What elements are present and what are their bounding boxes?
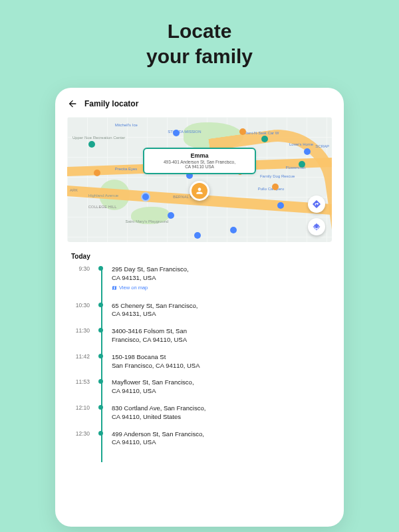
- callout-addr-line: 493-401 Anderson St, San Francisco,: [151, 160, 248, 164]
- timeline-time: 10:30: [71, 302, 90, 309]
- addr-line: Francisco, CA 94110, USA: [112, 336, 187, 344]
- map-pin-icon: [88, 141, 95, 148]
- timeline-time: 9:30: [71, 265, 90, 272]
- timeline-address: 65 Chenery St, San Francisco, CA 94131, …: [112, 302, 198, 319]
- promo-line2: your family: [0, 44, 399, 69]
- device-frame: Family locator BERNAL HEIGHTS COLLEGE HI…: [55, 88, 344, 527]
- map-pin-icon: [239, 128, 246, 135]
- timeline-dot-icon: [98, 354, 103, 358]
- map-poi-label: Saint Mary's Playground: [126, 219, 169, 223]
- timeline-dot-icon: [98, 303, 103, 307]
- timeline-address: 499 Anderson St, San Francisco, CA 94110…: [112, 430, 204, 448]
- timeline-time: 11:42: [71, 353, 90, 360]
- timeline-time: 11:30: [71, 327, 90, 334]
- map-poi-label: Highland Avenue: [88, 194, 118, 198]
- timeline-address: 830 Cortland Ave, San Francisco, CA 9411…: [112, 404, 205, 422]
- addr-line: CA 94110, USA: [112, 438, 204, 447]
- addr-line: 830 Cortland Ave, San Francisco,: [112, 404, 205, 413]
- timeline-time: 12:30: [71, 430, 90, 437]
- map-poi-label: Pollo Campero: [258, 187, 285, 191]
- promo-title: Locate your family: [0, 19, 399, 68]
- addr-line: 150-198 Bocana St: [112, 353, 200, 362]
- timeline-dot-icon: [98, 405, 103, 410]
- page-title: Family locator: [84, 99, 138, 108]
- timeline-item[interactable]: 11:30 3400-3416 Folsom St, San Francisco…: [71, 327, 328, 344]
- timeline-dot-icon: [98, 379, 103, 384]
- view-on-map-link[interactable]: View on map: [112, 285, 148, 291]
- person-pin-icon[interactable]: [190, 181, 209, 201]
- directions-button[interactable]: [308, 196, 325, 213]
- recenter-button[interactable]: [308, 218, 325, 235]
- timeline-address: 150-198 Bocana St San Francisco, CA 9411…: [112, 353, 200, 370]
- timeline-time: 11:53: [71, 378, 90, 385]
- timeline-list: 9:30 295 Day St, San Francisco, CA 94131…: [55, 265, 344, 462]
- map-poi-label: Lowe's Home: [289, 142, 313, 146]
- timeline-section-title: Today: [55, 242, 344, 265]
- addr-line: Mayflower St, San Francisco,: [112, 378, 194, 387]
- addr-line: 65 Chenery St, San Francisco,: [112, 302, 198, 311]
- addr-line: 3400-3416 Folsom St, San: [112, 327, 187, 336]
- timeline-item[interactable]: 12:10 830 Cortland Ave, San Francisco, C…: [71, 404, 328, 422]
- timeline-dot-icon: [98, 431, 103, 436]
- timeline-item[interactable]: 10:30 65 Chenery St, San Francisco, CA 9…: [71, 302, 328, 319]
- map-area-label: COLLEGE HILL: [88, 205, 117, 209]
- timeline-item[interactable]: 12:30 499 Anderson St, San Francisco, CA…: [71, 430, 328, 448]
- timeline-address: 295 Day St, San Francisco, CA 94131, USA…: [112, 265, 189, 293]
- addr-line: San Francisco, CA 94110, USA: [112, 362, 200, 370]
- callout-addr-line: CA 94110 USA: [151, 164, 248, 169]
- timeline-dot-icon: [98, 266, 103, 271]
- timeline-dot-icon: [98, 328, 103, 332]
- map-poi-label: Rent-N-Seat Car W: [244, 131, 279, 135]
- map-pin-icon: [173, 130, 180, 136]
- map-pin-icon: [194, 232, 201, 239]
- map-area-label: ARK: [70, 188, 78, 192]
- timeline-item[interactable]: 11:42 150-198 Bocana St San Francisco, C…: [71, 353, 328, 370]
- timeline-address: 3400-3416 Folsom St, San Francisco, CA 9…: [112, 327, 187, 344]
- addr-line: CA 94110, USA: [112, 387, 194, 396]
- map-pin-icon: [299, 161, 305, 168]
- timeline-item[interactable]: 11:53 Mayflower St, San Francisco, CA 94…: [71, 378, 328, 396]
- map-poi-label: Upper Noe Recreation Center: [72, 136, 125, 140]
- map-fab-stack: [308, 196, 325, 235]
- addr-line: 499 Anderson St, San Francisco,: [112, 430, 204, 439]
- map-pin-icon: [94, 170, 100, 176]
- callout-name: Emma: [151, 152, 248, 159]
- map-poi-label: Mitchell's Ice: [115, 123, 138, 127]
- timeline-item[interactable]: 9:30 295 Day St, San Francisco, CA 94131…: [71, 265, 328, 293]
- map-poi-label: Family Dog Rescue: [260, 174, 295, 178]
- back-arrow-icon[interactable]: [67, 98, 78, 109]
- addr-line: CA 94131, USA: [112, 310, 198, 319]
- callout-address: 493-401 Anderson St, San Francisco, CA 9…: [151, 160, 248, 170]
- map-callout[interactable]: Emma 493-401 Anderson St, San Francisco,…: [143, 148, 256, 174]
- addr-line: CA 94110, United States: [112, 413, 205, 422]
- map-view[interactable]: BERNAL HEIGHTS COLLEGE HILL ARK Highland…: [67, 117, 332, 242]
- map-poi-label: Precita Eyes: [115, 167, 138, 171]
- promo-line1: Locate: [0, 19, 399, 44]
- addr-line: CA 94131, USA: [112, 274, 189, 283]
- view-on-map-label: View on map: [119, 285, 148, 291]
- map-poi-label: SCRAP: [315, 144, 329, 148]
- addr-line: 295 Day St, San Francisco,: [112, 265, 189, 274]
- app-header: Family locator: [55, 98, 344, 117]
- timeline-address: Mayflower St, San Francisco, CA 94110, U…: [112, 378, 194, 396]
- timeline-time: 12:10: [71, 404, 90, 411]
